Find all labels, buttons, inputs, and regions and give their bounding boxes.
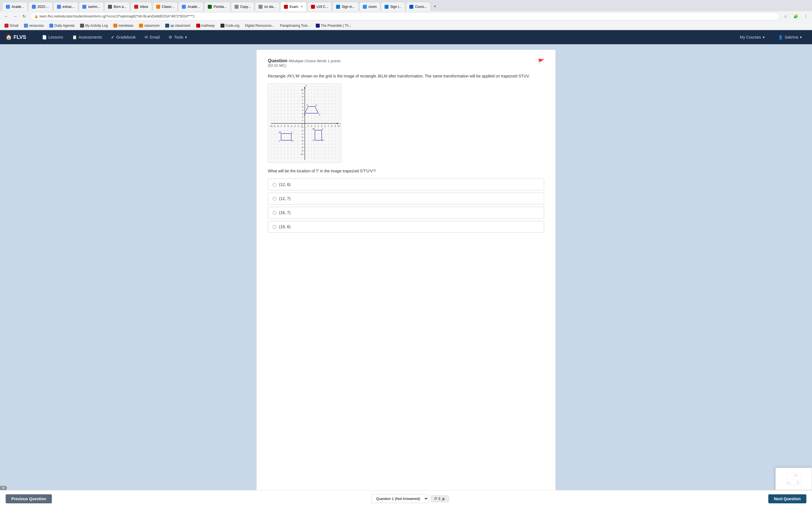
- bookmark-paraphrasing[interactable]: Paraphrasing Tool...: [278, 23, 312, 28]
- question-dropdown[interactable]: Question 1 (Not Answered): [371, 494, 428, 503]
- email-icon: ✉: [145, 35, 148, 40]
- answer-choice-c[interactable]: (16, 7): [268, 207, 544, 219]
- bookmark-codeorg[interactable]: Code.org: [218, 23, 242, 28]
- bookmark-digital-resources[interactable]: Digital Resources...: [243, 23, 276, 28]
- svg-text:2: 2: [311, 125, 312, 127]
- radio-c[interactable]: [273, 211, 276, 215]
- svg-text:5: 5: [302, 106, 304, 108]
- answer-choice-b[interactable]: (12, 7): [268, 193, 544, 205]
- label-j: J: [278, 139, 280, 142]
- answer-choice-a[interactable]: (12, 6): [268, 179, 544, 190]
- nav-lessons[interactable]: 📄 Lessons: [38, 30, 68, 44]
- tab-zoom[interactable]: zoom: [359, 2, 380, 11]
- flvs-logo[interactable]: 🏠 FLVS: [6, 34, 26, 40]
- tab-icon-summ: [82, 5, 86, 9]
- bookmark-gmail[interactable]: Gmail: [2, 23, 20, 28]
- tab-signin2[interactable]: Sign i...: [381, 2, 405, 11]
- svg-text:8: 8: [331, 125, 333, 127]
- bookmark-preamble[interactable]: The Preamble | Th...: [313, 23, 354, 28]
- back-button[interactable]: ←: [2, 12, 10, 20]
- tab-acad[interactable]: Acade...: [2, 2, 28, 11]
- svg-text:-1: -1: [301, 122, 304, 125]
- nav-sabrina[interactable]: 👤 Sabrina ▾: [774, 30, 806, 44]
- sub-question: What will be the location of T′ in the i…: [268, 168, 544, 174]
- answer-choice-d[interactable]: (16, 6): [268, 221, 544, 233]
- svg-text:6: 6: [324, 125, 326, 127]
- nav-email[interactable]: ✉ Email: [140, 30, 164, 44]
- label-s: S: [304, 114, 305, 116]
- bookmark-membean[interactable]: membean: [111, 23, 136, 28]
- tab-coursera[interactable]: Cours...: [406, 2, 430, 11]
- bookmark-mathway[interactable]: mathway: [194, 23, 217, 28]
- previous-question-button[interactable]: Previous Question: [6, 494, 52, 503]
- nav-my-courses[interactable]: My Courses ▾: [735, 30, 769, 44]
- bookmark-daily-agenda[interactable]: Daily Agenda: [47, 23, 77, 28]
- tab-v19[interactable]: v19 C...: [307, 2, 332, 11]
- svg-text:7: 7: [302, 99, 304, 101]
- menu-button[interactable]: ⋮: [802, 12, 810, 20]
- user-icon: 👤: [778, 35, 783, 40]
- forward-button[interactable]: →: [11, 12, 19, 20]
- bookmark-activity-log[interactable]: My Activity Log: [78, 23, 110, 28]
- flag-icon[interactable]: 🚩: [538, 58, 544, 64]
- tab-icon-extrac: [57, 5, 61, 9]
- bookmark-button[interactable]: ☆: [781, 12, 790, 20]
- lessons-icon: 📄: [42, 35, 47, 40]
- answer-choices: (12, 6) (12, 7) (16, 7) (16, 6): [268, 179, 544, 233]
- bottom-navigation: Previous Question Question 1 (Not Answer…: [0, 490, 812, 503]
- bookmark-ap-classroom[interactable]: ap classroom: [163, 23, 193, 28]
- tab-icon-acad: [6, 5, 10, 9]
- tab-icon-florida: [208, 5, 212, 9]
- svg-text:-6: -6: [283, 125, 286, 127]
- tab-nosla[interactable]: no sla...: [255, 2, 280, 11]
- tab-florida[interactable]: Florida...: [204, 2, 231, 11]
- extensions-button[interactable]: 🧩: [792, 12, 800, 20]
- next-question-button[interactable]: Next Question: [768, 494, 806, 503]
- tab-acad2[interactable]: Acade...: [178, 2, 204, 11]
- radio-a[interactable]: [273, 183, 276, 186]
- graph-container: x y -1 -2 -3 -4 -5 -6 -7 -8 -9 -10 1 2 3…: [268, 83, 341, 163]
- nav-tools[interactable]: ⚙ Tools ▾: [164, 30, 192, 44]
- bookmark-classroom[interactable]: classroom: [137, 23, 162, 28]
- tab-icon-born: [108, 5, 112, 9]
- bookmark-veracross[interactable]: veracross: [22, 23, 46, 28]
- reload-button[interactable]: ↻: [20, 12, 28, 20]
- tab-icon-copy: [235, 5, 239, 9]
- svg-text:-3: -3: [301, 129, 304, 132]
- label-t: T: [319, 114, 320, 116]
- tab-extrac[interactable]: extrac...: [53, 2, 79, 11]
- tab-born[interactable]: Born a...: [104, 2, 130, 11]
- svg-marker-92: [794, 474, 798, 476]
- tab-icon-exam: [284, 5, 288, 9]
- flvs-navigation: 🏠 FLVS 📄 Lessons 📋 Assessments ✔ Gradebo…: [0, 30, 812, 44]
- svg-text:2: 2: [302, 116, 304, 118]
- tab-bar: Acade... 2022-... extrac... summ... Born…: [0, 0, 812, 11]
- tab-close-exam[interactable]: ✕: [301, 5, 303, 8]
- tab-summ[interactable]: summ...: [79, 2, 104, 11]
- question-code: (02.01 MC): [268, 63, 341, 68]
- svg-text:5: 5: [321, 125, 322, 127]
- thumbnail-svg: [776, 468, 812, 490]
- tab-copy[interactable]: Copy...: [231, 2, 254, 11]
- svg-text:3: 3: [314, 125, 316, 127]
- tab-inbox[interactable]: Inbox: [131, 2, 152, 11]
- tab-icon-2022: [32, 5, 36, 9]
- nav-buttons: ← → ↻: [2, 12, 28, 20]
- bookmark-icon-mathway: [196, 24, 200, 27]
- radio-b[interactable]: [273, 197, 276, 201]
- bookmarks-bar: Gmail veracross Daily Agenda My Activity…: [0, 21, 812, 30]
- scroll-indicator[interactable]: ▼: [0, 486, 7, 490]
- new-tab-button[interactable]: +: [431, 3, 439, 11]
- radio-d[interactable]: [273, 225, 276, 229]
- nav-assessments[interactable]: 📋 Assessments: [68, 30, 107, 44]
- tab-classroom[interactable]: Classr...: [153, 2, 177, 11]
- nav-gradebook[interactable]: ✔ Gradebook: [107, 30, 140, 44]
- url-bar[interactable]: 🔒 learn.flvs.net/educator/student/examfo…: [31, 12, 779, 20]
- svg-text:-8: -8: [301, 146, 304, 149]
- svg-text:-2: -2: [297, 125, 299, 127]
- tab-icon-zoom: [363, 5, 367, 9]
- tab-2022[interactable]: 2022-...: [28, 2, 53, 11]
- tab-exam[interactable]: Exam ✕: [280, 2, 307, 11]
- tab-signin1[interactable]: Sign in...: [333, 2, 359, 11]
- secure-icon: 🔒: [34, 14, 38, 18]
